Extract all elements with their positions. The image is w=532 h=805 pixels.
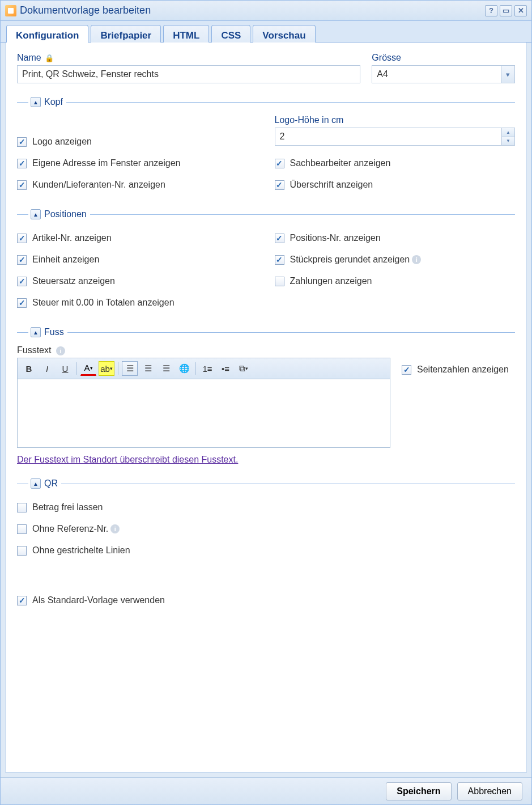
italic-button[interactable]: I xyxy=(39,361,55,376)
checkbox-icon xyxy=(275,159,284,168)
checkbox-icon xyxy=(17,298,27,308)
check-steuersatz-label: Steuersatz anzeigen xyxy=(32,276,115,286)
check-artikel-label: Artikel-Nr. anzeigen xyxy=(32,233,112,243)
check-betrag-frei[interactable]: Betrag frei lassen xyxy=(17,497,515,518)
tab-bar: Konfiguration Briefpapier HTML CSS Vorsc… xyxy=(1,21,531,43)
logo-height-input[interactable] xyxy=(275,128,503,146)
check-zahlungen-label: Zahlungen anzeigen xyxy=(290,276,372,286)
qr-title: QR xyxy=(44,478,58,489)
save-button[interactable]: Speichern xyxy=(386,782,451,800)
name-input xyxy=(17,65,360,83)
bold-button[interactable]: B xyxy=(21,361,37,376)
lock-icon: 🔒 xyxy=(45,54,54,62)
collapse-qr[interactable]: ▲ xyxy=(31,478,41,489)
checkbox-icon xyxy=(17,180,27,190)
check-ueberschrift[interactable]: Überschrift anzeigen xyxy=(275,174,516,196)
tab-konfiguration[interactable]: Konfiguration xyxy=(6,25,88,43)
check-eigene-adresse[interactable]: Eigene Adresse im Fenster anzeigen xyxy=(17,152,258,174)
check-artikelnr[interactable]: Artikel-Nr. anzeigen xyxy=(17,227,258,249)
collapse-kopf[interactable]: ▲ xyxy=(31,97,41,107)
help-button[interactable]: ? xyxy=(485,5,497,16)
fusstext-override-link[interactable]: Der Fusstext im Standort überschreibt di… xyxy=(17,455,238,465)
check-stueckpreis[interactable]: Stückpreis gerundet anzeigen i xyxy=(275,249,516,270)
info-icon[interactable]: i xyxy=(412,255,421,264)
window-title: Dokumentvorlage bearbeiten xyxy=(20,5,483,16)
logo-height-spinner[interactable]: ▲ ▼ xyxy=(275,128,516,146)
check-seiten-label: Seitenzahlen anzeigen xyxy=(417,365,509,375)
maximize-button[interactable]: ▭ xyxy=(500,5,512,16)
dialog-window: Dokumentvorlage bearbeiten ? ▭ ✕ Konfigu… xyxy=(0,0,532,805)
check-steuer0-label: Steuer mit 0.00 in Totalen anzeigen xyxy=(32,298,175,308)
rich-text-editor: B I U A▾ ab▾ ☰ ☰ ☰ 🌐 1≡ •≡ ⧉ xyxy=(17,358,390,448)
check-logo-label: Logo anzeigen xyxy=(32,137,92,147)
dialog-footer: Speichern Abbrechen xyxy=(1,777,531,804)
check-kunden-label: Kunden/Lieferanten-Nr. anzeigen xyxy=(32,180,165,190)
checkbox-icon xyxy=(17,596,27,605)
close-button[interactable]: ✕ xyxy=(514,5,527,16)
checkbox-icon xyxy=(402,365,411,375)
tab-briefpapier[interactable]: Briefpapier xyxy=(91,25,161,43)
check-sachbearbeiter[interactable]: Sachbearbeiter anzeigen xyxy=(275,152,516,174)
chevron-down-icon: ▾ xyxy=(506,71,510,78)
fieldset-qr: ▲ QR xyxy=(17,478,515,489)
checkbox-icon xyxy=(17,159,27,168)
editor-content[interactable] xyxy=(18,379,390,447)
text-color-button[interactable]: A▾ xyxy=(80,361,96,376)
check-ohnelin-label: Ohne gestrichelte Linien xyxy=(32,545,130,556)
ordered-list-button[interactable]: 1≡ xyxy=(199,361,215,376)
size-trigger[interactable]: ▾ xyxy=(501,65,515,83)
unordered-list-button[interactable]: •≡ xyxy=(218,361,233,376)
tab-vorschau[interactable]: Vorschau xyxy=(253,25,315,43)
editor-toolbar: B I U A▾ ab▾ ☰ ☰ ☰ 🌐 1≡ •≡ ⧉ xyxy=(18,358,390,379)
spinner-down[interactable]: ▼ xyxy=(502,137,514,146)
check-uber-label: Überschrift anzeigen xyxy=(290,180,373,190)
check-sach-label: Sachbearbeiter anzeigen xyxy=(290,158,391,168)
underline-button[interactable]: U xyxy=(57,361,73,376)
check-betrag-label: Betrag frei lassen xyxy=(32,502,103,512)
check-logo[interactable]: Logo anzeigen xyxy=(17,131,258,152)
info-icon[interactable]: i xyxy=(56,346,65,355)
title-bar: Dokumentvorlage bearbeiten ? ▭ ✕ xyxy=(1,1,531,21)
insert-link-button[interactable]: 🌐 xyxy=(176,361,192,376)
check-zahlungen[interactable]: Zahlungen anzeigen xyxy=(275,270,516,292)
check-einheit[interactable]: Einheit anzeigen xyxy=(17,249,258,270)
info-icon[interactable]: i xyxy=(110,524,120,533)
tab-html[interactable]: HTML xyxy=(163,25,209,43)
check-standard-label: Als Standard-Vorlage verwenden xyxy=(32,595,165,605)
checkbox-icon xyxy=(17,277,27,286)
check-steuersatz[interactable]: Steuersatz anzeigen xyxy=(17,270,258,292)
name-label: Name 🔒 xyxy=(17,53,360,63)
size-label: Grösse xyxy=(372,53,515,63)
align-center-button[interactable]: ☰ xyxy=(140,361,156,376)
check-positionsnr[interactable]: Positions-Nr. anzeigen xyxy=(275,227,516,249)
highlight-button[interactable]: ab▾ xyxy=(99,361,114,376)
size-input[interactable] xyxy=(372,65,501,83)
checkbox-icon xyxy=(17,524,27,534)
cancel-button[interactable]: Abbrechen xyxy=(457,782,522,800)
check-ohne-referenz[interactable]: Ohne Referenz-Nr. i xyxy=(17,518,515,540)
logo-height-label: Logo-Höhe in cm xyxy=(275,115,516,125)
check-einheit-label: Einheit anzeigen xyxy=(32,255,99,265)
check-kundennr[interactable]: Kunden/Lieferanten-Nr. anzeigen xyxy=(17,174,258,196)
fuss-title: Fuss xyxy=(44,327,64,337)
size-combo[interactable]: ▾ xyxy=(372,65,515,83)
check-seitenzahlen[interactable]: Seitenzahlen anzeigen xyxy=(402,359,515,380)
tab-css[interactable]: CSS xyxy=(211,25,250,43)
check-steuer0[interactable]: Steuer mit 0.00 in Totalen anzeigen xyxy=(17,292,258,313)
check-standard-vorlage[interactable]: Als Standard-Vorlage verwenden xyxy=(17,590,515,611)
align-right-button[interactable]: ☰ xyxy=(158,361,174,376)
align-left-button[interactable]: ☰ xyxy=(122,361,138,376)
checkbox-icon xyxy=(17,546,27,556)
check-ohneref-label: Ohne Referenz-Nr. xyxy=(32,524,108,534)
collapse-fuss[interactable]: ▲ xyxy=(31,327,41,337)
spinner-up[interactable]: ▲ xyxy=(502,128,514,137)
source-edit-button[interactable]: ⧉▾ xyxy=(236,361,252,376)
fieldset-positionen: ▲ Positionen xyxy=(17,209,515,219)
positionen-title: Positionen xyxy=(44,209,87,219)
check-ohne-linien[interactable]: Ohne gestrichelte Linien xyxy=(17,540,515,561)
collapse-positionen[interactable]: ▲ xyxy=(31,209,41,219)
checkbox-icon xyxy=(17,255,27,265)
kopf-title: Kopf xyxy=(44,97,63,107)
checkbox-icon xyxy=(275,234,284,243)
checkbox-icon xyxy=(17,503,27,512)
